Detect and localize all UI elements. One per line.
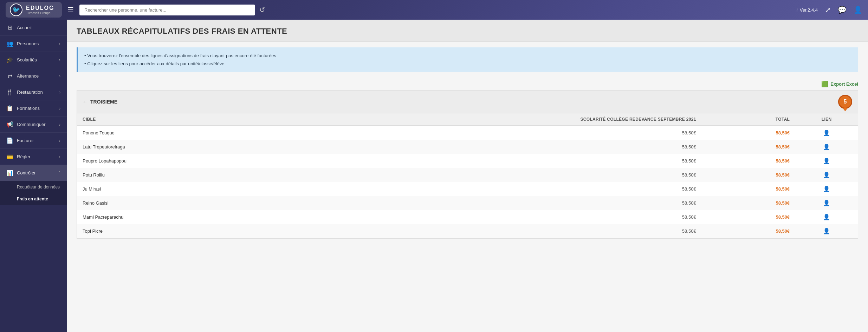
chevron-right-icon: ›	[59, 154, 60, 159]
restauration-icon: 🍴	[6, 89, 13, 95]
sidebar-item-formations[interactable]: 📋 Formations ›	[0, 100, 67, 117]
sidebar-label-personnes: Personnes	[17, 41, 39, 46]
sidebar-label-facturer: Facturer	[17, 138, 34, 143]
cell-amount: 58,50€	[350, 126, 702, 140]
chevron-right-icon: ›	[59, 122, 60, 127]
graduation-icon: 🎓	[6, 57, 13, 63]
section-title: ← TROISIEME	[83, 99, 117, 105]
cell-amount: 58,50€	[350, 224, 702, 238]
export-label: Export Excel	[830, 81, 858, 87]
sidebar-sub-label-requeteur: Requêteur de données	[17, 185, 60, 190]
chat-icon[interactable]: 💬	[838, 6, 847, 14]
data-table: CIBLE SCOLARITÉ COLLÈGE REDEVANCE SEPTEM…	[77, 113, 858, 238]
version-badge: ⑂ Ver.2.4.4	[796, 7, 818, 13]
history-button[interactable]: ↺	[259, 6, 265, 14]
fork-icon: ⑂	[796, 7, 798, 13]
cell-total: 58,50€	[702, 182, 796, 196]
cell-action[interactable]: 👤	[795, 140, 858, 154]
sidebar-sub-label-frais-attente: Frais en attente	[17, 197, 48, 201]
cell-amount: 58,50€	[350, 196, 702, 210]
sidebar-item-left: 📢 Communiquer	[6, 121, 46, 128]
sidebar-item-personnes[interactable]: 👥 Personnes ›	[0, 36, 67, 52]
logo-bird-icon: 🐦	[12, 6, 20, 14]
user-icon[interactable]: 👤	[854, 6, 862, 14]
sidebar-item-alternance[interactable]: ⇄ Alternance ›	[0, 68, 67, 84]
regler-icon: 💳	[6, 153, 13, 160]
brand-name: EDULOG	[26, 5, 54, 11]
chevron-down-icon: ˅	[58, 171, 60, 175]
chevron-right-icon: ›	[59, 41, 60, 46]
sidebar-item-regler[interactable]: 💳 Régler ›	[0, 149, 67, 165]
table-row: Latu Trepeutoreiraga 58,50€ 58,50€ 👤	[77, 140, 858, 154]
cell-total: 58,50€	[702, 210, 796, 224]
cell-total: 58,50€	[702, 196, 796, 210]
toolbar: 🟩 Export Excel	[67, 78, 868, 90]
table-row: Reino Gasisi 58,50€ 58,50€ 👤	[77, 196, 858, 210]
export-excel-button[interactable]: 🟩 Export Excel	[821, 81, 858, 87]
sidebar-item-left: 📄 Facturer	[6, 137, 34, 144]
version-text: Ver.2.4.4	[800, 7, 818, 13]
sidebar-item-communiquer[interactable]: 📢 Communiquer ›	[0, 117, 67, 133]
cell-action[interactable]: 👤	[795, 126, 858, 140]
col-header-cible: CIBLE	[77, 113, 350, 126]
sidebar-label-scolarites: Scolarités	[17, 57, 37, 62]
section-name: TROISIEME	[90, 99, 117, 105]
info-line-2: • Cliquez sur les liens pour accéder aux…	[84, 60, 852, 68]
sidebar-sub-item-frais-attente[interactable]: Frais en attente	[0, 193, 67, 205]
sidebar-item-controler[interactable]: 📊 Contrôler ˅	[0, 165, 67, 181]
search-input[interactable]	[79, 5, 255, 15]
cell-action[interactable]: 👤	[795, 224, 858, 238]
sidebar-sub-item-requeteur[interactable]: Requêteur de données	[0, 181, 67, 193]
cell-total: 58,50€	[702, 168, 796, 182]
cell-name: Peupro Lopahapopou	[77, 154, 350, 168]
sidebar-label-controler: Contrôler	[17, 170, 35, 175]
cell-action[interactable]: 👤	[795, 196, 858, 210]
table-row: Mami Pacreparachu 58,50€ 58,50€ 👤	[77, 210, 858, 224]
table-row: Ponono Touque 58,50€ 58,50€ 👤	[77, 126, 858, 140]
cell-name: Ju Mirasi	[77, 182, 350, 196]
table-row: Topi Picre 58,50€ 58,50€ 👤	[77, 224, 858, 238]
cell-name: Topi Picre	[77, 224, 350, 238]
expand-icon[interactable]: ⤢	[825, 6, 831, 14]
sidebar-item-left: 📊 Contrôler	[6, 170, 35, 176]
sidebar-label-alternance: Alternance	[17, 73, 39, 79]
chevron-right-icon: ›	[59, 138, 60, 143]
main-content: TABLEAUX RÉCAPITULATIFS DES FRAIS EN ATT…	[67, 20, 868, 332]
section-header: ← TROISIEME 5	[77, 91, 858, 113]
cell-action[interactable]: 👤	[795, 210, 858, 224]
sidebar-label-restauration: Restauration	[17, 89, 43, 95]
back-arrow-icon[interactable]: ←	[83, 99, 88, 105]
menu-toggle-button[interactable]: ☰	[66, 4, 75, 15]
page-header: TABLEAUX RÉCAPITULATIFS DES FRAIS EN ATT…	[67, 20, 868, 42]
alternance-icon: ⇄	[6, 73, 13, 79]
cell-total: 58,50€	[702, 140, 796, 154]
cell-action[interactable]: 👤	[795, 182, 858, 196]
cell-amount: 58,50€	[350, 182, 702, 196]
cell-amount: 58,50€	[350, 168, 702, 182]
sidebar-item-facturer[interactable]: 📄 Facturer ›	[0, 133, 67, 149]
cell-amount: 58,50€	[350, 210, 702, 224]
cell-action[interactable]: 👤	[795, 154, 858, 168]
top-navigation: 🐦 EDULOG Turboself Groupe ☰ ↺ ⑂ Ver.2.4.…	[0, 0, 868, 20]
controler-icon: 📊	[6, 170, 13, 176]
sidebar-label-regler: Régler	[17, 154, 30, 159]
sidebar-item-left: ⇄ Alternance	[6, 73, 39, 79]
sidebar-item-left: 📋 Formations	[6, 105, 40, 112]
facturer-icon: 📄	[6, 137, 13, 144]
table-row: Ju Mirasi 58,50€ 58,50€ 👤	[77, 182, 858, 196]
communiquer-icon: 📢	[6, 121, 13, 128]
home-icon: ⊞	[6, 24, 13, 31]
page-title: TABLEAUX RÉCAPITULATIFS DES FRAIS EN ATT…	[77, 27, 858, 36]
main-layout: ⊞ Accueil 👥 Personnes › 🎓 Scolarités › ⇄…	[0, 20, 868, 332]
sidebar-item-left: 👥 Personnes	[6, 40, 39, 47]
cell-action[interactable]: 👤	[795, 168, 858, 182]
sidebar-item-scolarites[interactable]: 🎓 Scolarités ›	[0, 52, 67, 68]
sidebar-item-left: 💳 Régler	[6, 153, 30, 160]
sidebar-submenu-controler: Requêteur de données Frais en attente	[0, 181, 67, 205]
cell-name: Mami Pacreparachu	[77, 210, 350, 224]
sidebar-item-restauration[interactable]: 🍴 Restauration ›	[0, 84, 67, 100]
top-nav-right: ⑂ Ver.2.4.4 ⤢ 💬 👤	[796, 6, 862, 14]
cell-total: 58,50€	[702, 126, 796, 140]
table-section: ← TROISIEME 5 CIBLE SCOLARITÉ COLLÈGE RE…	[77, 90, 858, 239]
sidebar-item-accueil[interactable]: ⊞ Accueil	[0, 20, 67, 36]
